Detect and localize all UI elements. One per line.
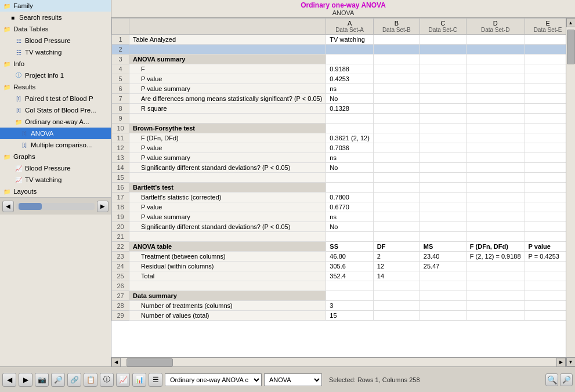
table-row[interactable]: 11 F (DFn, DFd) 0.3621 (2, 12) [112, 133, 566, 143]
row-col-d [466, 153, 525, 163]
sidebar-left-arrow[interactable]: ◀ [2, 201, 14, 212]
result-icon: [t] [14, 106, 23, 115]
table-row[interactable]: 7 Are differences among means statistica… [112, 94, 566, 104]
sidebar-item-graph-tv[interactable]: 📈TV watching [0, 174, 111, 186]
row-col-d [466, 35, 525, 45]
table-row[interactable]: 16 Bartlett's test [112, 183, 566, 193]
sidebar-item-results[interactable]: 📁Results [0, 81, 111, 93]
row-col-e [525, 104, 566, 114]
table-row[interactable]: 28 Number of treatments (columns) 3 [112, 301, 566, 311]
col-header-d: D Data Set-D [466, 19, 525, 35]
nav-table-btn[interactable]: ☰ [149, 373, 162, 387]
sidebar-item-label: ANOVA [31, 130, 53, 137]
table-row[interactable]: 19 P value summary ns [112, 212, 566, 222]
row-col-b [373, 183, 420, 193]
v-scroll-up[interactable]: ▲ [566, 18, 576, 27]
sidebar-item-col-stats[interactable]: [t]Col Stats of Blood Pre... [0, 104, 111, 116]
row-label [129, 45, 326, 55]
row-col-c [420, 74, 466, 84]
table-row[interactable]: 9 [112, 114, 566, 124]
table-row[interactable]: 26 [112, 281, 566, 291]
nav-link-btn[interactable]: 🔗 [67, 373, 81, 387]
sidebar-item-paired-t[interactable]: [t]Paired t test of Blood P [0, 93, 111, 104]
row-col-b [373, 94, 420, 104]
sidebar-item-search-results[interactable]: ■Search results [0, 12, 111, 23]
sidebar-item-ordinary-oneway[interactable]: 📁Ordinary one-way A... [0, 116, 111, 128]
v-scroll-down[interactable]: ▼ [566, 357, 576, 366]
row-col-b [373, 281, 420, 291]
nav-play-btn[interactable]: ▶ [19, 373, 32, 387]
table-wrapper[interactable]: A Data Set-A B Data Set-B C Data Set-C [111, 18, 566, 357]
sidebar-right-arrow[interactable]: ▶ [97, 201, 109, 212]
row-value-f [466, 262, 525, 271]
table-row[interactable]: 6 P value summary ns [112, 84, 566, 94]
table-row[interactable]: 23 Treatment (between columns) 46.80 2 2… [112, 252, 566, 262]
table-row[interactable]: 10 Brown-Forsythe test [112, 124, 566, 133]
section-dropdown[interactable]: ANOVA [264, 373, 322, 386]
table-row[interactable]: 15 [112, 173, 566, 183]
table-row[interactable]: 12 P value 0.7036 [112, 143, 566, 153]
table-row[interactable]: 21 [112, 232, 566, 242]
sidebar-item-info[interactable]: 📁Info [0, 58, 111, 70]
sidebar-item-blood-pressure[interactable]: ☷Blood Pressure [0, 35, 111, 46]
table-row[interactable]: 17 Bartlett's statistic (corrected) 0.78… [112, 193, 566, 202]
row-value-ss: 352.4 [326, 271, 374, 281]
table-row[interactable]: 14 Significantly different standard devi… [112, 163, 566, 173]
table-row[interactable]: 24 Residual (within columns) 305.6 12 25… [112, 262, 566, 271]
sidebar-item-data-tables[interactable]: 📁Data Tables [0, 23, 111, 35]
zoom-out-btn[interactable]: 🔎 [560, 373, 573, 386]
main-container: 📁Family■Search results📁Data Tables☷Blood… [0, 0, 575, 366]
table-row[interactable]: 20 Significantly different standard devi… [112, 222, 566, 232]
sidebar-item-family[interactable]: 📁Family [0, 0, 111, 12]
nav-copy-btn[interactable]: 📋 [84, 373, 97, 387]
nav-graph-btn[interactable]: 📊 [132, 373, 146, 387]
table-row[interactable]: 25 Total 352.4 14 [112, 271, 566, 281]
sidebar-item-label: Layouts [13, 188, 37, 195]
table-row[interactable]: 2 [112, 45, 566, 55]
h-scroll-track [121, 358, 556, 367]
sidebar-item-tv-watching[interactable]: ☷TV watching [0, 46, 111, 58]
zoom-in-btn[interactable]: 🔍 [545, 373, 558, 386]
table-row[interactable]: 5 P value 0.4253 [112, 74, 566, 84]
table-row[interactable]: 13 P value summary ns [112, 153, 566, 163]
sidebar-item-anova[interactable]: [t]ANOVA [0, 128, 111, 139]
sidebar-item-multiple-comp[interactable]: [t]Multiple compariso... [0, 139, 111, 151]
row-col-d [466, 183, 525, 193]
row-col-b [373, 114, 420, 124]
row-col-c [420, 202, 466, 212]
row-col-d [466, 133, 525, 143]
row-label: P value [129, 74, 326, 84]
table-row[interactable]: 8 R square 0.1328 [112, 104, 566, 114]
sidebar-item-layouts[interactable]: 📁Layouts [0, 186, 111, 197]
nav-binoculars-btn[interactable]: 🔎 [51, 373, 65, 387]
h-scroll-right[interactable]: ▶ [556, 358, 566, 367]
row-col-e [525, 143, 566, 153]
table-row[interactable]: 27 Data summary [112, 291, 566, 301]
row-col-b [373, 133, 420, 143]
sheet-dropdown[interactable]: Ordinary one-way ANOVA c [165, 373, 262, 386]
nav-chart-btn[interactable]: 📈 [116, 373, 130, 387]
row-col-d [466, 143, 525, 153]
table-row[interactable]: 18 P value 0.6770 [112, 202, 566, 212]
table-row[interactable]: 3 ANOVA summary [112, 55, 566, 64]
sidebar-item-graph-bp[interactable]: 📈Blood Pressure [0, 162, 111, 174]
table-row[interactable]: 4 F 0.9188 [112, 64, 566, 74]
sidebar-item-project-info[interactable]: ⓘProject info 1 [0, 70, 111, 81]
nav-camera-btn[interactable]: 📷 [35, 373, 49, 387]
row-col-b [373, 212, 420, 222]
row-value-p [525, 262, 566, 271]
row-value-ms: MS [420, 242, 466, 252]
nav-prev-btn[interactable]: ◀ [2, 373, 16, 387]
folder-icon: 📁 [2, 82, 12, 92]
table-row[interactable]: 29 Number of values (total) 15 [112, 311, 566, 321]
row-value: ns [326, 212, 374, 222]
row-value [326, 55, 374, 64]
row-value: 0.7800 [326, 193, 374, 202]
row-label: Number of values (total) [129, 311, 326, 321]
row-value: 0.4253 [326, 74, 374, 84]
h-scroll-left[interactable]: ◀ [111, 358, 121, 367]
sidebar-item-graphs[interactable]: 📁Graphs [0, 151, 111, 162]
table-row[interactable]: 1 Table Analyzed TV watching [112, 35, 566, 45]
table-row[interactable]: 22 ANOVA table SS DF MS F (DFn, DFd) P v… [112, 242, 566, 252]
nav-info-btn[interactable]: ⓘ [100, 373, 114, 387]
